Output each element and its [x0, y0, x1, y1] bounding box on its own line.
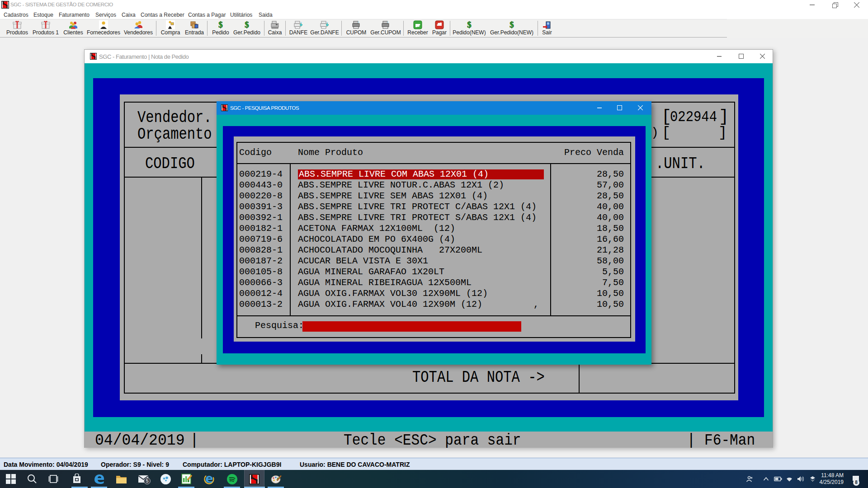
svg-text:$: $	[467, 20, 472, 29]
svg-text:$: $	[218, 20, 223, 29]
svg-text:$: $	[245, 20, 249, 29]
svg-text:$: $	[509, 20, 514, 29]
